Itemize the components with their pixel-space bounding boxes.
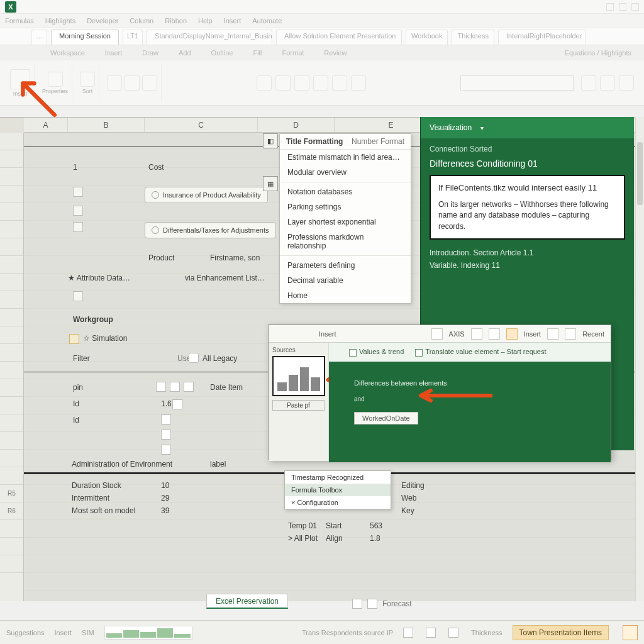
sort-icon[interactable] <box>80 72 95 87</box>
cell[interactable]: 10 <box>161 481 169 490</box>
cell[interactable]: 29 <box>161 494 169 502</box>
style-icon[interactable] <box>257 75 272 91</box>
option-label[interactable]: Translate value element – Start request <box>425 348 546 355</box>
context-menu-item[interactable]: Modular overview <box>280 165 411 180</box>
toggle-icon[interactable] <box>189 353 199 363</box>
cell[interactable]: Firstname, son <box>210 253 260 262</box>
row-header[interactable] <box>0 379 23 397</box>
menu-item[interactable]: Ribbon <box>165 17 187 25</box>
cell[interactable]: Product <box>148 253 174 262</box>
ribbon-search-input[interactable] <box>460 75 574 91</box>
chart-dialog[interactable]: Insert AXIS Insert Recent Sources Paste … <box>268 325 611 460</box>
availability-button[interactable]: Insurance of Product Availability <box>145 187 268 203</box>
worksheet-tab[interactable]: Excel Preservation <box>206 594 288 609</box>
paste-icon[interactable] <box>184 382 194 392</box>
ribbon-tab[interactable]: Outline <box>211 49 233 57</box>
cell[interactable]: via Enhancement List… <box>185 274 265 282</box>
row-header[interactable] <box>0 414 23 432</box>
status-callout[interactable]: Town Presentation Items <box>513 625 609 640</box>
row-header[interactable] <box>0 326 23 344</box>
cell[interactable]: 563 <box>370 521 382 530</box>
col-header[interactable]: B <box>68 118 145 132</box>
context-menu-item[interactable]: Home <box>280 288 411 303</box>
dlg-icon[interactable] <box>565 328 576 340</box>
toolbar-label[interactable]: Insert <box>524 330 541 338</box>
dropdown-item[interactable]: × Configuration <box>285 496 391 509</box>
row-header[interactable] <box>0 221 23 238</box>
generic-icon[interactable] <box>142 75 157 91</box>
chart-icon[interactable] <box>156 382 166 392</box>
row-header[interactable] <box>0 432 23 450</box>
share-icon[interactable] <box>581 75 596 91</box>
cell[interactable]: Id <box>73 399 79 408</box>
row-header[interactable] <box>0 203 23 221</box>
status-end-icon[interactable] <box>623 625 638 640</box>
cell[interactable]: Id <box>73 416 79 425</box>
doc-tab[interactable]: … <box>31 30 47 45</box>
ribbon-tab[interactable]: Insert <box>105 49 123 57</box>
cell[interactable]: pin <box>73 383 83 392</box>
cell[interactable]: Duration Stock <box>72 481 121 490</box>
comments-icon[interactable] <box>600 75 615 91</box>
doc-tab[interactable]: Thickness <box>452 30 494 45</box>
doc-tab[interactable]: StandardDisplayName_Internal_BusinessSub… <box>147 30 272 45</box>
doc-tab[interactable]: Allow Solution Element Presentation <box>276 30 402 45</box>
cell[interactable]: Cost <box>148 163 164 172</box>
row-header[interactable] <box>0 150 23 168</box>
cell[interactable]: All Legacy <box>203 354 237 363</box>
cell[interactable]: 39 <box>161 506 169 515</box>
view-pagelayout-icon[interactable] <box>367 599 377 609</box>
cell[interactable]: 1 <box>73 163 77 172</box>
row-header[interactable] <box>0 538 23 555</box>
option-label[interactable]: Values & trend <box>359 348 404 355</box>
row-header[interactable] <box>0 256 23 274</box>
ribbon-tab[interactable]: Workspace <box>50 49 85 57</box>
cell[interactable]: Key <box>401 506 414 515</box>
row-header[interactable] <box>0 274 23 291</box>
dlg-icon[interactable] <box>431 328 443 340</box>
cell[interactable]: 1.6 <box>161 399 172 408</box>
doc-tab-active[interactable]: Morning Session <box>51 30 119 45</box>
cell[interactable]: label <box>210 460 226 469</box>
cell[interactable]: Editing <box>401 481 425 490</box>
context-menu-item[interactable]: Notation databases <box>280 184 411 199</box>
row-header[interactable] <box>0 186 23 203</box>
cell[interactable]: ☆ Simulation <box>83 334 127 343</box>
row-header[interactable]: R5 <box>0 485 23 502</box>
row-header[interactable] <box>0 238 23 256</box>
ribbon-tab[interactable]: Fill <box>253 49 262 57</box>
cell[interactable]: Administration of Environment <box>72 460 172 469</box>
dlg-icon[interactable] <box>547 328 558 340</box>
menu-item[interactable]: Formulas <box>5 17 34 25</box>
dropdown-menu[interactable]: Timestamp Recognized Formula Toolbox × C… <box>284 470 391 509</box>
row-header[interactable] <box>0 520 23 538</box>
row-header[interactable] <box>0 291 23 309</box>
view-icon[interactable] <box>426 628 436 638</box>
view-icon[interactable] <box>403 628 413 638</box>
cell[interactable]: Align <box>326 534 343 543</box>
minimize-icon[interactable] <box>606 3 614 11</box>
row-header[interactable] <box>0 309 23 326</box>
style-icon[interactable] <box>294 75 309 91</box>
context-menu[interactable]: Title Formatting Number Format Estimate … <box>279 133 411 304</box>
paste-icon[interactable] <box>10 69 30 89</box>
maximize-icon[interactable] <box>619 3 626 11</box>
view-icon[interactable] <box>448 628 458 638</box>
close-icon[interactable] <box>631 3 639 11</box>
cell[interactable]: > All Plot <box>288 534 318 543</box>
checkbox-icon[interactable] <box>349 349 357 357</box>
ribbon-tab[interactable]: Review <box>324 49 347 57</box>
dropdown-item[interactable]: Timestamp Recognized <box>285 471 391 484</box>
row-header[interactable] <box>0 133 23 150</box>
style-icon[interactable] <box>332 75 347 91</box>
toolbar-label[interactable]: AXIS <box>449 330 465 338</box>
cell[interactable]: Web <box>401 494 416 502</box>
context-menu-item[interactable]: Layer shortest exponential <box>280 214 411 230</box>
context-menu-item[interactable]: Parameters defining <box>280 258 411 273</box>
style-icon[interactable] <box>313 75 328 91</box>
cell[interactable]: Intermittent <box>72 494 109 502</box>
row-header[interactable] <box>0 397 23 414</box>
vertical-scrollbar[interactable] <box>635 117 644 601</box>
cell[interactable]: Filter <box>73 354 90 363</box>
row-header[interactable] <box>0 344 23 362</box>
